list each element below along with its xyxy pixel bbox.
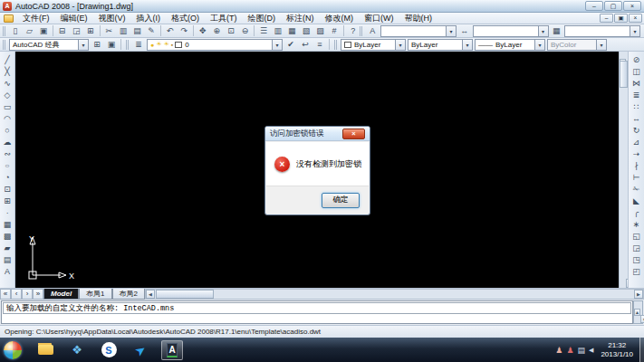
ok-button[interactable]: 确定 (322, 193, 360, 208)
new-file-icon[interactable]: ▯ (8, 25, 23, 37)
chevron-down-icon[interactable]: ▾ (538, 26, 548, 36)
minimize-button[interactable]: – (585, 1, 603, 11)
circle-icon[interactable]: ○ (1, 124, 14, 136)
region-icon[interactable]: ▰ (1, 242, 14, 253)
cut-icon[interactable]: ✂ (102, 25, 117, 37)
chamfer-icon[interactable]: ◣ (630, 195, 643, 206)
tab-first-icon[interactable]: « (0, 289, 11, 300)
mdi-minimize-button[interactable]: – (600, 14, 613, 23)
command-scrollbar[interactable]: ▲ ▼ (633, 300, 643, 324)
spline-icon[interactable]: ∾ (1, 148, 14, 159)
gradient-icon[interactable]: ▩ (1, 230, 14, 242)
layer-properties-manager-icon[interactable]: ≣ (131, 39, 146, 51)
command-text-area[interactable]: 输入要加载的自定义文件的名称: InteCAD.mns (1, 300, 633, 324)
move-icon[interactable]: ↔ (630, 112, 643, 124)
sogou-browser-taskbar-icon[interactable]: S (98, 340, 120, 360)
explode-icon[interactable]: ∗ (630, 218, 643, 230)
point-icon[interactable]: ∙ (1, 206, 14, 218)
mdi-restore-button[interactable]: ▣ (614, 14, 628, 23)
table-icon[interactable]: ▤ (1, 253, 14, 265)
text-style-icon[interactable]: A (365, 25, 380, 37)
zoom-previous-icon[interactable]: ⊖ (238, 25, 253, 37)
layer-previous-icon[interactable]: ↩ (298, 39, 312, 51)
rectangle-icon[interactable]: ▭ (1, 100, 14, 112)
toolbar-grip[interactable] (3, 26, 5, 36)
lineweight-select[interactable]: —— ByLayer ▾ (475, 39, 545, 51)
vertical-scrollbar[interactable]: ▲ ▼ (619, 52, 628, 288)
menu-modify[interactable]: 修改(M) (320, 13, 360, 24)
dialog-close-button[interactable]: × (342, 129, 365, 139)
markup-manager-icon[interactable]: ▨ (313, 25, 328, 37)
vertical-scroll-thumb[interactable] (620, 61, 628, 88)
mtext-icon[interactable]: A (1, 265, 14, 277)
layer-viewport-sun-icon[interactable]: ☀ (164, 41, 169, 48)
chevron-down-icon[interactable]: ▾ (534, 40, 544, 50)
scroll-right-icon[interactable]: ▶ (634, 290, 643, 299)
make-block-icon[interactable]: ⊞ (1, 195, 14, 206)
horizontal-scroll-thumb[interactable] (156, 290, 214, 299)
workspace-settings-icon[interactable]: ⊞ (90, 39, 104, 51)
tab-next-icon[interactable]: › (22, 289, 33, 300)
chevron-down-icon[interactable]: ▾ (446, 26, 456, 36)
tray-qq-icon[interactable]: ♟ (555, 346, 562, 355)
draworder-back-icon[interactable]: ◲ (630, 242, 643, 253)
workspace-select[interactable]: AutoCAD 经典 ▾ (9, 39, 89, 51)
media-player-taskbar-icon[interactable]: ❖ (66, 340, 88, 360)
color-select[interactable]: ByLayer ▾ (341, 39, 406, 51)
ellipse-arc-icon[interactable]: ◔ (1, 171, 14, 183)
menu-view[interactable]: 视图(V) (93, 13, 131, 24)
open-file-icon[interactable]: ▱ (23, 25, 37, 37)
stretch-icon[interactable]: ⇢ (630, 148, 643, 159)
command-prompt-line[interactable]: 输入要加载的自定义文件的名称: InteCAD.mns (3, 302, 631, 314)
pan-icon[interactable]: ✥ (196, 25, 210, 37)
chevron-down-icon[interactable]: ▾ (395, 40, 405, 50)
tab-prev-icon[interactable]: ‹ (11, 289, 22, 300)
construction-line-icon[interactable]: ╳ (1, 65, 14, 77)
plot-preview-icon[interactable]: ◲ (69, 25, 83, 37)
tab-model[interactable]: Model (43, 289, 79, 300)
revision-cloud-icon[interactable]: ☁ (1, 136, 14, 148)
rotate-icon[interactable]: ↻ (630, 124, 643, 136)
undo-icon[interactable]: ↶ (163, 25, 178, 37)
match-properties-icon[interactable]: ✎ (144, 25, 159, 37)
paste-icon[interactable]: ▤ (130, 25, 145, 37)
sheetset-manager-icon[interactable]: ▧ (299, 25, 313, 37)
chevron-down-icon[interactable]: ▾ (272, 40, 282, 50)
scale-icon[interactable]: ⊿ (630, 136, 643, 148)
publish-icon[interactable]: ⊞ (83, 25, 98, 37)
zoom-realtime-icon[interactable]: ⊕ (210, 25, 225, 37)
help-icon[interactable]: ? (346, 25, 360, 37)
layer-states-icon[interactable]: ≡ (312, 39, 327, 51)
draworder-above-icon[interactable]: ◳ (630, 253, 643, 265)
tray-network-icon[interactable]: ▤ (578, 346, 586, 355)
horizontal-scrollbar[interactable]: ◀ ▶ (145, 289, 644, 300)
tab-last-icon[interactable]: » (33, 289, 43, 300)
text-style-select[interactable]: ▾ (380, 25, 457, 37)
menu-draw[interactable]: 绘图(D) (243, 13, 282, 24)
mdi-close-button[interactable]: × (629, 14, 642, 23)
scroll-down-icon[interactable]: ▼ (640, 315, 644, 323)
polygon-icon[interactable]: ◇ (1, 89, 14, 100)
tab-layout2[interactable]: 布局2 (112, 289, 145, 300)
chevron-down-icon[interactable]: ▾ (462, 40, 472, 50)
dim-style-icon[interactable]: ↔ (457, 25, 472, 37)
scroll-up-icon[interactable]: ▲ (634, 309, 640, 316)
taskbar-clock[interactable]: 21:32 2013/1/10 (601, 341, 633, 358)
tool-palettes-icon[interactable]: ▦ (285, 25, 300, 37)
offset-icon[interactable]: ≣ (630, 89, 643, 100)
erase-icon[interactable]: ⊘ (630, 53, 643, 65)
zoom-window-icon[interactable]: ⊡ (224, 25, 238, 37)
dim-style-select[interactable]: ▾ (473, 25, 549, 37)
trim-icon[interactable]: ∤ (630, 159, 643, 171)
show-desktop-button[interactable] (639, 338, 644, 362)
autocad-taskbar-button[interactable]: A (161, 340, 183, 360)
tab-layout1[interactable]: 布局1 (79, 289, 111, 300)
close-button[interactable]: × (623, 1, 641, 11)
table-style-select[interactable]: ▾ (564, 25, 640, 37)
workspace-save-icon[interactable]: ▣ (104, 39, 119, 51)
draworder-front-icon[interactable]: ◱ (630, 230, 643, 242)
thunder-taskbar-icon[interactable]: ➤ (126, 336, 155, 362)
copy-clip-icon[interactable]: ▥ (116, 25, 130, 37)
draworder-below-icon[interactable]: ◰ (630, 265, 643, 277)
menu-format[interactable]: 格式(O) (166, 13, 205, 24)
